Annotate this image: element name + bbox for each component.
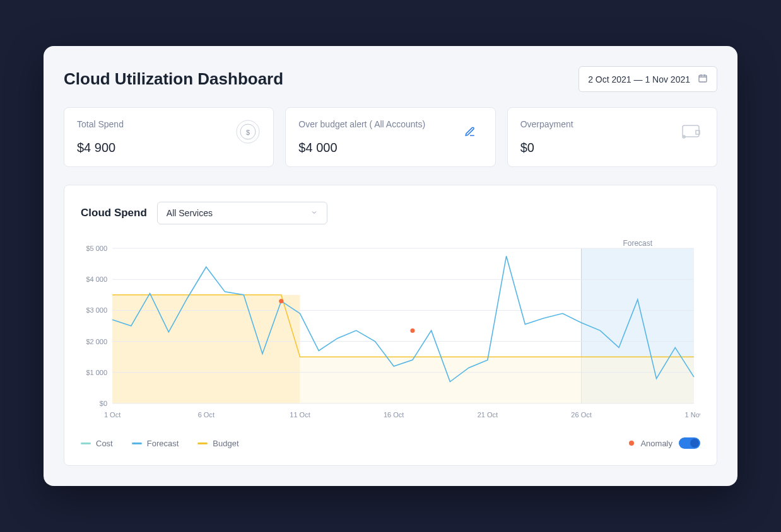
x-tick-label: 11 Oct	[290, 411, 310, 419]
y-tick-label: $3 000	[86, 306, 107, 314]
y-tick-label: $0	[100, 400, 107, 407]
legend-swatch-forecast	[132, 442, 142, 444]
legend-label: Budget	[213, 439, 238, 448]
legend-swatch-cost	[81, 442, 91, 444]
calendar-icon	[698, 73, 708, 85]
x-tick-label: 21 Oct	[478, 411, 498, 419]
services-select[interactable]: All Services	[157, 202, 327, 224]
y-tick-label: $2 000	[86, 338, 107, 345]
card-value: $4 900	[77, 141, 124, 155]
legend-anomaly-label: Anomaly	[640, 439, 672, 448]
x-tick-label: 1 Nov	[685, 411, 700, 419]
legend-label: Forecast	[147, 439, 179, 448]
x-tick-label: 16 Oct	[384, 411, 404, 419]
dollar-coin-icon: $	[235, 119, 261, 144]
card-total-spend: Total Spend $4 900 $	[64, 107, 274, 167]
card-over-budget: Over budget alert ( All Accounts) $4 000	[285, 107, 495, 167]
card-label: Overpayment	[520, 119, 573, 129]
chart-title: Cloud Spend	[81, 207, 147, 219]
chart-panel: Cloud Spend All Services Forecast$0$1 00…	[64, 185, 717, 466]
page-title: Cloud Utilization Dashboard	[64, 69, 283, 89]
anomaly-toggle[interactable]	[679, 437, 700, 449]
date-range-value: 2 Oct 2021 — 1 Nov 2021	[588, 74, 690, 84]
legend: Cost Forecast Budget Anomaly	[81, 437, 700, 449]
card-overpayment: Overpayment $0	[507, 107, 717, 167]
x-tick-label: 6 Oct	[198, 411, 214, 419]
anomaly-dot-icon	[629, 441, 634, 446]
y-tick-label: $1 000	[86, 369, 107, 376]
date-range-picker[interactable]: 2 Oct 2021 — 1 Nov 2021	[578, 66, 717, 92]
summary-cards: Total Spend $4 900 $ Over budget alert (…	[64, 107, 717, 167]
y-tick-label: $5 000	[86, 245, 107, 252]
anomaly-point	[410, 328, 414, 333]
card-value: $0	[520, 141, 573, 155]
legend-forecast[interactable]: Forecast	[132, 439, 179, 448]
header: Cloud Utilization Dashboard 2 Oct 2021 —…	[64, 66, 717, 92]
budget-fill-a	[112, 295, 300, 403]
legend-label: Cost	[96, 439, 113, 448]
chart-header: Cloud Spend All Services	[81, 202, 700, 224]
budget-fill-b	[300, 357, 693, 403]
svg-text:$: $	[246, 129, 250, 136]
card-value: $4 000	[298, 141, 425, 155]
card-label: Over budget alert ( All Accounts)	[298, 119, 425, 129]
x-tick-label: 26 Oct	[571, 411, 591, 419]
x-tick-label: 1 Oct	[104, 411, 120, 419]
card-label: Total Spend	[77, 119, 124, 129]
edit-icon[interactable]	[457, 119, 483, 144]
svg-rect-4	[683, 125, 699, 137]
svg-rect-0	[699, 75, 707, 82]
dashboard: Cloud Utilization Dashboard 2 Oct 2021 —…	[44, 46, 737, 486]
legend-budget[interactable]: Budget	[197, 439, 238, 448]
anomaly-point	[279, 299, 283, 303]
y-tick-label: $4 000	[86, 275, 107, 283]
chart-area: Forecast$0$1 000$2 000$3 000$4 000$5 000…	[81, 237, 700, 426]
wallet-icon	[679, 119, 704, 144]
forecast-band-label: Forecast	[623, 239, 652, 248]
legend-swatch-budget	[197, 442, 208, 444]
chevron-down-icon	[310, 208, 318, 218]
services-select-value: All Services	[167, 208, 213, 218]
legend-cost[interactable]: Cost	[81, 439, 113, 448]
